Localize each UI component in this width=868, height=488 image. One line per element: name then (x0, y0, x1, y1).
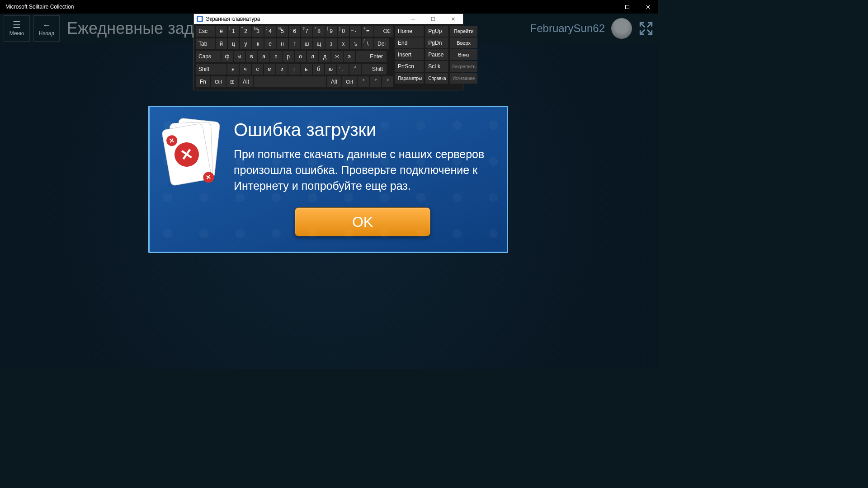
key-fade[interactable]: Исчезание (450, 73, 477, 84)
key-r[interactable]: к (252, 38, 264, 49)
key-alt-left[interactable]: Alt (239, 76, 253, 87)
key-minus[interactable]: _- (350, 26, 361, 37)
ok-button[interactable]: OK (295, 207, 430, 236)
key-arrow-down[interactable]: ˅ (370, 76, 381, 87)
window-title: Microsoft Solitaire Collection (5, 4, 596, 10)
key-0[interactable]: )0 (338, 26, 349, 37)
key-l[interactable]: д (319, 51, 330, 62)
key-backspace[interactable]: ⌫ (374, 26, 393, 37)
key-nav[interactable]: Перейти (450, 26, 477, 37)
key-2[interactable]: "2 (240, 26, 251, 37)
key-h[interactable]: р (283, 51, 294, 62)
key-x[interactable]: ч (240, 64, 251, 75)
close-button[interactable] (637, 0, 658, 14)
back-button[interactable]: ← Назад (33, 15, 60, 42)
fullscreen-icon[interactable] (638, 21, 654, 36)
key-b[interactable]: и (276, 64, 288, 75)
key-c[interactable]: с (252, 64, 263, 75)
key-w[interactable]: ц (228, 38, 239, 49)
key-z[interactable]: я (227, 64, 239, 75)
error-x-icon: ✕ (173, 141, 201, 169)
key-equals[interactable]: += (362, 26, 373, 37)
key-7[interactable]: ?7 (301, 26, 312, 37)
key-e[interactable]: у (240, 38, 251, 49)
osk-maximize-button[interactable]: ☐ (423, 16, 443, 22)
key-t[interactable]: е (264, 38, 276, 49)
key-1[interactable]: !1 (228, 26, 239, 37)
key-help[interactable]: Справка (425, 73, 448, 84)
key-ctrl-left[interactable]: Ctrl (211, 76, 226, 87)
key-i[interactable]: ш (301, 38, 312, 49)
minimize-button[interactable] (596, 0, 617, 14)
key-fn[interactable]: Fn (196, 76, 210, 87)
key-o[interactable]: щ (313, 38, 325, 49)
key-tab[interactable]: Tab (196, 38, 215, 49)
key-u[interactable]: г (289, 38, 300, 49)
key-arrow-right[interactable]: ˃ (382, 76, 393, 87)
key-win[interactable]: ⊞ (226, 76, 238, 87)
key-4[interactable]: ;4 (264, 26, 276, 37)
osk-row-5: Fn Ctrl ⊞ Alt Alt Ctrl ˂ ˅ ˃ (196, 76, 393, 87)
key-options[interactable]: Параметры (395, 73, 424, 84)
key-home[interactable]: Home (395, 26, 424, 37)
key-period-ru[interactable]: ю (325, 64, 336, 75)
osk-minimize-button[interactable]: ─ (403, 16, 423, 22)
key-dock[interactable]: Закрепить (450, 61, 477, 72)
key-shift-right[interactable]: Shift (362, 64, 387, 75)
key-quote[interactable]: э (344, 51, 355, 62)
key-9[interactable]: (9 (326, 26, 337, 37)
key-f[interactable]: а (258, 51, 269, 62)
key-prtscn[interactable]: PrtScn (395, 61, 424, 72)
maximize-button[interactable] (617, 0, 637, 14)
key-g[interactable]: п (270, 51, 282, 62)
key-yo[interactable]: ё (216, 26, 227, 37)
user-area: FebruarySun62 (530, 14, 654, 43)
key-n[interactable]: т (288, 64, 300, 75)
menu-button[interactable]: ☰ Меню (4, 15, 30, 42)
avatar[interactable] (611, 18, 632, 39)
key-enter[interactable]: Enter (356, 51, 387, 62)
key-ctrl-right[interactable]: Ctrl (342, 76, 357, 87)
key-k[interactable]: л (307, 51, 318, 62)
key-j[interactable]: о (295, 51, 306, 62)
key-bracket-r[interactable]: ъ (350, 38, 361, 49)
key-shift-left[interactable]: Shift (196, 64, 226, 75)
key-del[interactable]: Del (374, 38, 389, 49)
key-end[interactable]: End (395, 38, 424, 48)
key-sclk[interactable]: ScLk (425, 61, 448, 72)
key-caps[interactable]: Caps (196, 51, 221, 62)
key-d[interactable]: в (246, 51, 257, 62)
key-up[interactable]: Вверх (450, 38, 477, 48)
key-semicolon[interactable]: ж (331, 51, 343, 62)
key-insert[interactable]: Insert (395, 49, 424, 60)
key-q[interactable]: й (216, 38, 227, 49)
key-comma[interactable]: б (313, 64, 324, 75)
key-6[interactable]: :6 (289, 26, 300, 37)
key-period[interactable]: ,. (337, 64, 349, 75)
key-backslash[interactable]: /\ (362, 38, 373, 49)
key-arrow-up[interactable]: ˄ (349, 64, 361, 75)
key-y[interactable]: н (277, 38, 288, 49)
key-space[interactable] (254, 76, 326, 87)
key-p[interactable]: з (326, 38, 337, 49)
username[interactable]: FebruarySun62 (530, 22, 605, 35)
key-down[interactable]: Вниз (450, 49, 477, 60)
osk-titlebar[interactable]: Экранная клавиатура ─ ☐ ✕ (194, 14, 463, 24)
key-m[interactable]: ь (301, 64, 312, 75)
key-v[interactable]: м (264, 64, 275, 75)
key-esc[interactable]: Esc (196, 26, 215, 37)
key-bracket-l[interactable]: х (338, 38, 349, 49)
key-5[interactable]: %5 (277, 26, 288, 37)
key-pgup[interactable]: PgUp (425, 26, 448, 37)
key-3[interactable]: №3 (252, 26, 264, 37)
window-controls (596, 0, 658, 14)
key-a[interactable]: ф (222, 51, 233, 62)
key-s[interactable]: ы (234, 51, 245, 62)
key-pgdn[interactable]: PgDn (425, 38, 448, 48)
key-arrow-left[interactable]: ˂ (358, 76, 369, 87)
key-pause[interactable]: Pause (425, 49, 448, 60)
key-alt-right[interactable]: Alt (327, 76, 341, 87)
osk-close-button[interactable]: ✕ (443, 16, 463, 22)
dialog-title: Ошибка загрузки (234, 120, 491, 140)
key-8[interactable]: *8 (313, 26, 325, 37)
